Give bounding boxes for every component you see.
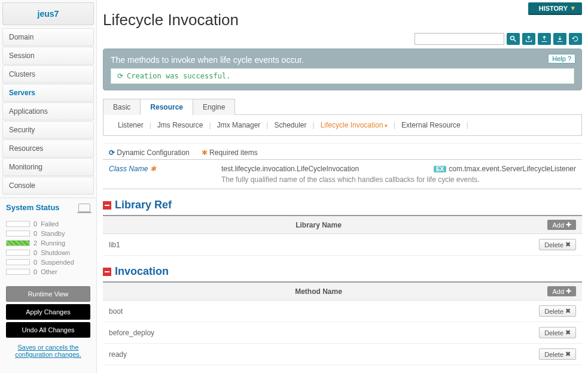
method-name-cell[interactable]: before_deploy <box>109 329 528 337</box>
subnav-listener[interactable]: Listener <box>115 121 146 129</box>
delete-icon: ✖ <box>565 329 571 336</box>
collapse-icon[interactable] <box>103 268 111 276</box>
method-name-cell[interactable]: boot <box>109 307 528 316</box>
subnav-jmx-manager[interactable]: Jmx Manager <box>215 121 263 129</box>
nav-item-monitoring[interactable]: Monitoring <box>2 158 94 176</box>
required-items-label: ✱ Required items <box>202 148 258 157</box>
table-row: lib1Delete ✖ <box>103 234 582 256</box>
page-title: Lifecycle Invocation <box>103 0 582 33</box>
search-icon[interactable] <box>507 33 520 45</box>
search-input[interactable] <box>415 33 504 45</box>
sidebar-button-stack: Runtime View Apply Changes Undo All Chan… <box>0 283 96 365</box>
subnav-jms-resource[interactable]: Jms Resource <box>155 121 206 129</box>
nav-item-console[interactable]: Console <box>2 177 94 195</box>
tab-resource[interactable]: Resource <box>140 99 193 115</box>
class-name-content: test.lifecycle.invocation.LifeCycleInvoc… <box>221 165 576 184</box>
status-bar-icon <box>6 231 30 236</box>
status-row-other: 0Other <box>6 267 90 277</box>
nav-item-domain[interactable]: Domain <box>2 28 94 46</box>
class-name-desc: The fully qualified name of the class wh… <box>221 175 576 184</box>
chevron-down-icon: ▾ <box>571 4 575 12</box>
refresh-icon[interactable] <box>569 33 582 45</box>
class-name-example: EXcom.tmax.event.ServerLifecycleListener <box>434 165 576 173</box>
status-bar-icon <box>6 240 30 246</box>
help-button[interactable]: Help ? <box>548 54 575 63</box>
svg-point-0 <box>511 37 514 40</box>
xml-upload-icon[interactable] <box>538 33 551 45</box>
xml-download-icon[interactable] <box>553 33 566 45</box>
svg-line-1 <box>514 40 516 42</box>
tabs: BasicResourceEngine <box>103 99 582 115</box>
invocation-title: Invocation <box>115 265 169 278</box>
table-row: before_deployDelete ✖ <box>103 322 582 344</box>
tab-engine[interactable]: Engine <box>193 99 235 115</box>
delete-icon: ✖ <box>565 350 571 358</box>
system-status-title: System Status <box>6 203 60 212</box>
plus-icon: ✚ <box>566 221 571 229</box>
nav-item-security[interactable]: Security <box>2 121 94 139</box>
class-name-label: Class Name ✱ <box>109 165 217 184</box>
delete-button[interactable]: Delete ✖ <box>539 305 576 317</box>
toolbar <box>103 33 582 48</box>
subnav-lifecycle-invocation[interactable]: Lifecycle Invocation <box>318 121 390 129</box>
help-icon: ? <box>568 55 571 62</box>
nav-item-session[interactable]: Session <box>2 47 94 65</box>
delete-icon: ✖ <box>565 307 571 315</box>
subnav-external-resource[interactable]: External Resource <box>399 121 463 129</box>
invocation-table: Method Name Add ✚ bootDelete ✖before_dep… <box>103 281 582 365</box>
nav-item-clusters[interactable]: Clusters <box>2 65 94 83</box>
sidebar: jeus7 DomainSessionClustersServersApplic… <box>0 0 97 373</box>
library-name-cell[interactable]: lib1 <box>109 241 528 249</box>
nav-item-servers[interactable]: Servers <box>2 84 94 102</box>
info-banner: The methods to invoke when life cycle ev… <box>103 48 582 90</box>
invocation-table-head: Method Name Add ✚ <box>103 283 582 301</box>
subnav-scheduler[interactable]: Scheduler <box>272 121 309 129</box>
library-ref-table-head: Library Name Add ✚ <box>103 216 582 234</box>
table-row: bootDelete ✖ <box>103 301 582 322</box>
laptop-icon <box>78 204 90 212</box>
collapse-icon[interactable] <box>103 201 111 210</box>
delete-button[interactable]: Delete ✖ <box>539 348 576 360</box>
apply-changes-button[interactable]: Apply Changes <box>6 304 90 320</box>
subnav: Listener|Jms Resource|Jmx Manager|Schedu… <box>103 114 582 136</box>
success-text: Creation was successful. <box>127 72 230 80</box>
class-name-value: test.lifecycle.invocation.LifeCycleInvoc… <box>221 165 359 173</box>
export-icon[interactable] <box>522 33 535 45</box>
tab-basic[interactable]: Basic <box>103 99 141 115</box>
runtime-view-button[interactable]: Runtime View <box>6 286 90 302</box>
history-label: HISTORY <box>539 5 568 12</box>
nav-list: DomainSessionClustersServersApplications… <box>0 28 96 195</box>
library-ref-title: Library Ref <box>115 199 172 211</box>
method-name-header: Method Name <box>109 287 528 296</box>
class-name-field: Class Name ✱ test.lifecycle.invocation.L… <box>103 159 582 189</box>
example-tag: EX <box>434 166 446 172</box>
delete-button[interactable]: Delete ✖ <box>539 327 576 338</box>
delete-button[interactable]: Delete ✖ <box>539 239 576 250</box>
status-row-failed: 0Failed <box>6 219 90 229</box>
nav-item-applications[interactable]: Applications <box>2 102 94 120</box>
refresh-small-icon: ⟳ <box>117 72 123 80</box>
status-row-shutdown: 0Shutdown <box>6 248 90 257</box>
dynamic-icon: ⟳ <box>109 148 115 157</box>
delete-icon: ✖ <box>565 241 571 248</box>
table-row: readyDelete ✖ <box>103 344 582 365</box>
library-ref-heading: Library Ref <box>103 189 582 215</box>
status-row-suspended: 0Suspended <box>6 257 90 267</box>
status-row-running: 2Running <box>6 238 90 248</box>
method-name-cell[interactable]: ready <box>109 350 528 359</box>
undo-changes-button[interactable]: Undo All Changes <box>6 322 90 338</box>
status-bar-icon <box>6 250 30 256</box>
status-bar-icon <box>6 221 30 227</box>
required-icon: ✱ <box>202 148 208 157</box>
save-note[interactable]: Saves or cancels the configuration chang… <box>6 340 90 362</box>
status-bar-icon <box>6 259 30 265</box>
status-row-standby: 0Standby <box>6 229 90 238</box>
config-legend: ⟳ Dynamic Configuration ✱ Required items <box>103 143 582 159</box>
library-ref-table: Library Name Add ✚ lib1Delete ✖ <box>103 215 582 256</box>
banner-text: The methods to invoke when life cycle ev… <box>111 55 304 65</box>
library-add-button[interactable]: Add ✚ <box>547 220 576 230</box>
invocation-add-button[interactable]: Add ✚ <box>547 286 576 296</box>
brand-logo[interactable]: jeus7 <box>2 2 94 25</box>
history-button[interactable]: HISTORY ▾ <box>528 2 582 15</box>
nav-item-resources[interactable]: Resources <box>2 140 94 157</box>
